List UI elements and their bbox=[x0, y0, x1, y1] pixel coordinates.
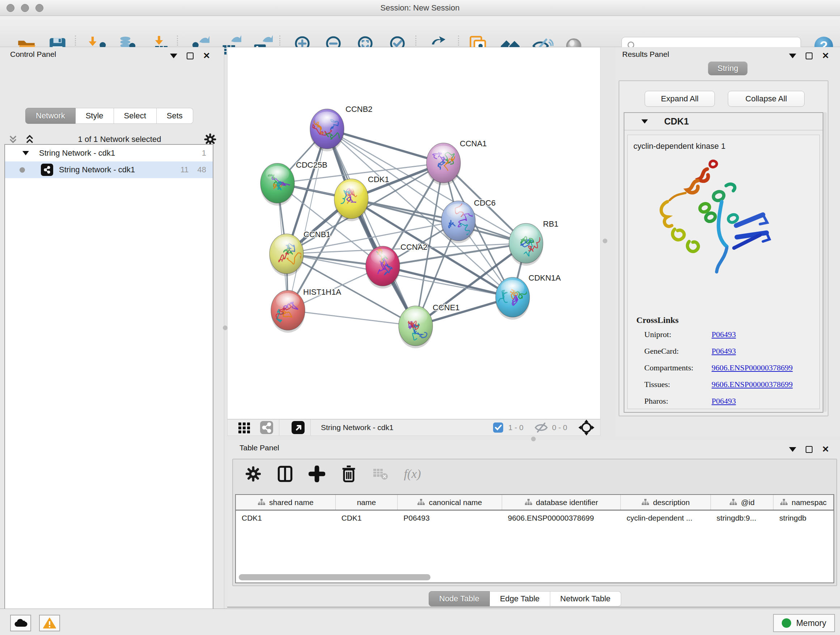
control-panel: Control Panel ✕ Network Style Select Set… bbox=[0, 47, 224, 608]
float-panel-icon[interactable] bbox=[187, 52, 194, 59]
gene-collapse-icon[interactable] bbox=[641, 119, 648, 124]
network-edge[interactable] bbox=[383, 266, 513, 297]
network-node-RB1[interactable]: RB1 bbox=[509, 219, 559, 266]
gene-description: cyclin-dependent kinase 1 bbox=[633, 141, 819, 151]
table-cell: 9606.ENSP00000378699 bbox=[502, 510, 621, 526]
table-cell: CDK1 bbox=[336, 510, 398, 526]
warning-icon bbox=[43, 617, 56, 629]
titlebar: Session: New Session bbox=[0, 0, 840, 16]
float-panel-icon[interactable] bbox=[806, 52, 813, 59]
crosslink-value[interactable]: 9606.ENSP00000378699 bbox=[712, 380, 793, 389]
hidden-count: 0 - 0 bbox=[552, 423, 567, 432]
expand-all-icon[interactable] bbox=[24, 134, 35, 145]
network-name: String Network - cdk1 bbox=[59, 165, 135, 174]
column-header-description[interactable]: description bbox=[621, 495, 711, 510]
column-header-namespac[interactable]: namespac bbox=[774, 495, 834, 510]
node-label: CDKN1A bbox=[529, 273, 561, 282]
left-splitter-handle[interactable] bbox=[223, 325, 227, 330]
column-header-shared-name[interactable]: shared name bbox=[236, 495, 336, 510]
network-row[interactable]: String Network - cdk1 11 48 bbox=[5, 162, 213, 178]
birds-eye-view-icon[interactable] bbox=[291, 420, 305, 435]
network-edge[interactable] bbox=[288, 310, 416, 326]
memory-button[interactable]: Memory bbox=[773, 614, 835, 632]
function-builder-icon[interactable]: f(x) bbox=[403, 464, 422, 483]
window-title: Session: New Session bbox=[0, 3, 840, 13]
column-header-@id[interactable]: @id bbox=[711, 495, 774, 510]
control-panel-title: Control Panel bbox=[10, 50, 56, 59]
right-splitter-handle[interactable] bbox=[603, 239, 607, 243]
expand-all-button[interactable]: Expand All bbox=[645, 91, 715, 107]
node-label: CCNE1 bbox=[433, 303, 460, 312]
node-label: HIST1H1A bbox=[303, 287, 341, 296]
crosslink-value[interactable]: P06493 bbox=[712, 330, 736, 339]
panel-menu-icon[interactable] bbox=[789, 54, 796, 58]
close-panel-icon[interactable]: ✕ bbox=[822, 445, 829, 454]
tab-edge-table[interactable]: Edge Table bbox=[490, 591, 550, 606]
horizontal-splitter-handle[interactable] bbox=[531, 437, 536, 441]
cloud-button[interactable] bbox=[10, 615, 31, 631]
network-node-CDC25B[interactable]: CDC25B bbox=[261, 160, 327, 206]
tab-network-table[interactable]: Network Table bbox=[550, 591, 621, 606]
tab-string[interactable]: String bbox=[708, 62, 747, 75]
network-node-CDK1[interactable]: CDK1 bbox=[334, 175, 389, 221]
column-attribute-icon bbox=[524, 499, 532, 507]
network-view-icon[interactable] bbox=[259, 420, 274, 435]
column-header-canonical-name[interactable]: canonical name bbox=[398, 495, 502, 510]
node-count: 11 bbox=[180, 165, 189, 174]
node-label: CCNA1 bbox=[460, 139, 487, 148]
grid-view-icon[interactable] bbox=[237, 420, 251, 435]
table-panel: Table Panel ✕ f(x) shared namenamec bbox=[227, 440, 840, 608]
close-panel-icon[interactable]: ✕ bbox=[203, 51, 210, 60]
network-node-CCNA1[interactable]: CCNA1 bbox=[426, 139, 487, 185]
crosslink-value[interactable]: P06493 bbox=[712, 396, 736, 406]
show-columns-icon[interactable] bbox=[276, 464, 294, 483]
tab-sets[interactable]: Sets bbox=[156, 108, 193, 124]
warnings-button[interactable] bbox=[39, 615, 60, 631]
tab-node-table[interactable]: Node Table bbox=[429, 591, 490, 606]
network-collection-row[interactable]: String Network - cdk1 1 bbox=[5, 145, 213, 162]
collection-expand-icon[interactable] bbox=[22, 151, 29, 155]
fit-selected-crosshair-icon[interactable] bbox=[578, 419, 595, 436]
edge-count: 48 bbox=[197, 165, 206, 174]
panel-menu-icon[interactable] bbox=[789, 447, 796, 452]
panel-menu-icon[interactable] bbox=[170, 54, 177, 58]
crosslink-value[interactable]: P06493 bbox=[712, 347, 736, 356]
network-node-CCNE1[interactable]: CCNE1 bbox=[399, 303, 460, 348]
network-node-CDKN1A[interactable]: CDKN1A bbox=[496, 273, 561, 320]
network-node-CCNB2[interactable]: CCNB2 bbox=[310, 105, 373, 151]
selected-checkbox-icon[interactable] bbox=[493, 422, 504, 433]
table-hscrollbar-thumb[interactable] bbox=[239, 574, 431, 580]
status-network-name: String Network - cdk1 bbox=[321, 423, 393, 432]
delete-table-icon[interactable] bbox=[371, 464, 390, 483]
table-data-row[interactable]: CDK1CDK1P064939606.ENSP00000378699cyclin… bbox=[236, 510, 834, 526]
column-header-name[interactable]: name bbox=[336, 495, 398, 510]
network-edge[interactable] bbox=[327, 129, 444, 163]
node-label: CDC6 bbox=[474, 198, 496, 207]
node-label: CCNB1 bbox=[303, 230, 331, 239]
column-attribute-icon bbox=[257, 499, 265, 507]
column-label: @id bbox=[741, 498, 755, 507]
delete-column-trash-icon[interactable] bbox=[339, 464, 358, 483]
tab-select[interactable]: Select bbox=[114, 108, 156, 124]
float-panel-icon[interactable] bbox=[806, 446, 813, 453]
results-scrollbar[interactable] bbox=[823, 112, 827, 412]
add-column-icon[interactable] bbox=[308, 464, 326, 483]
column-header-database-identifier[interactable]: database identifier bbox=[502, 495, 621, 510]
network-canvas[interactable]: CCNB2CCNA1CDC25BCDK1CDC6RB1CCNB1CCNA2CDK… bbox=[227, 47, 600, 419]
network-node-HIST1H1A[interactable]: HIST1H1A bbox=[271, 287, 341, 333]
node-label: CCNB2 bbox=[346, 105, 373, 114]
tab-network[interactable]: Network bbox=[25, 108, 76, 124]
column-label: namespac bbox=[791, 498, 827, 507]
network-node-CDC6[interactable]: CDC6 bbox=[441, 196, 496, 243]
table-settings-gear-icon[interactable] bbox=[244, 464, 263, 483]
column-attribute-icon bbox=[641, 499, 649, 507]
network-tree: String Network - cdk1 1 String Network -… bbox=[4, 144, 213, 635]
close-panel-icon[interactable]: ✕ bbox=[822, 51, 829, 60]
collapse-all-button[interactable]: Collapse All bbox=[728, 91, 805, 107]
table-header-row: shared namenamecanonical namedatabase id… bbox=[236, 495, 834, 510]
network-type-icon bbox=[41, 164, 53, 176]
crosslink-value[interactable]: 9606.ENSP00000378699 bbox=[712, 363, 793, 372]
collapse-all-icon[interactable] bbox=[7, 134, 19, 145]
tab-style[interactable]: Style bbox=[76, 108, 114, 124]
network-edge[interactable] bbox=[288, 129, 327, 310]
